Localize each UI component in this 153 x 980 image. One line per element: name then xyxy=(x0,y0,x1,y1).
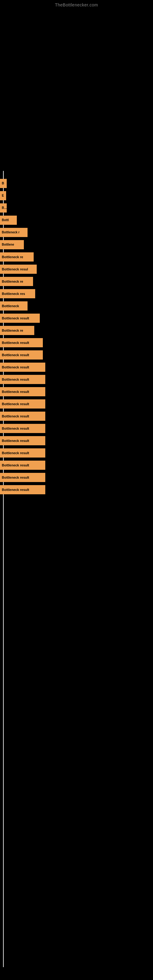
bottleneck-item: Bottleneck result xyxy=(0,386,153,398)
site-title: TheBottlenecker.com xyxy=(0,0,153,9)
bottleneck-label: Bottleneck result xyxy=(0,375,45,384)
bottleneck-label: Bottleneck result xyxy=(0,350,43,360)
bottleneck-item: Bottleneck r xyxy=(0,227,153,238)
bottleneck-item: Bottleneck result xyxy=(0,312,153,324)
bottleneck-label: Bottleneck result xyxy=(0,461,45,470)
main-chart-area xyxy=(0,9,153,168)
bottleneck-item: B xyxy=(0,178,153,189)
bottleneck-item: Bottleneck result xyxy=(0,337,153,348)
bottleneck-label: Bottleneck result xyxy=(0,473,45,482)
bottleneck-item: Bottleneck result xyxy=(0,423,153,434)
bottleneck-label: Bottleneck result xyxy=(0,399,45,409)
bottleneck-item: Bottleneck result xyxy=(0,472,153,483)
bottleneck-item: E xyxy=(0,190,153,202)
bottleneck-item: Bottleneck result xyxy=(0,361,153,373)
bottleneck-label: Bottleneck result xyxy=(0,436,45,445)
bottleneck-item: Bottleneck result xyxy=(0,374,153,385)
bottleneck-item: Bottleneck re xyxy=(0,325,153,336)
bottleneck-item: Bottleneck result xyxy=(0,398,153,410)
bottleneck-item: Bottleneck res xyxy=(0,288,153,299)
bottleneck-label: B4 xyxy=(0,204,7,213)
bottleneck-item: Bottleneck xyxy=(0,300,153,312)
bottleneck-label: Bottleneck res xyxy=(0,289,35,298)
bottleneck-label: B xyxy=(0,179,7,188)
bottleneck-label: Bottleneck result xyxy=(0,313,40,323)
bottleneck-label: Bottl xyxy=(0,216,17,225)
bottleneck-label: Bottleneck xyxy=(0,301,27,310)
bottleneck-label: Bottleneck r xyxy=(0,228,27,237)
bottleneck-label: Bottleneck result xyxy=(0,363,45,372)
bottleneck-item: Bottlene xyxy=(0,239,153,250)
bottleneck-label: Bottlene xyxy=(0,240,24,249)
bottleneck-item: Bottleneck result xyxy=(0,410,153,422)
bottleneck-label: E xyxy=(0,191,6,200)
bottleneck-item: B4 xyxy=(0,202,153,214)
bottleneck-label: Bottleneck result xyxy=(0,449,45,458)
bottleneck-label: Bottleneck result xyxy=(0,424,45,433)
bottleneck-label: Bottleneck result xyxy=(0,412,45,421)
bottleneck-item: Bottleneck re xyxy=(0,251,153,263)
bottleneck-item: Bottleneck resul xyxy=(0,263,153,275)
bottleneck-label: Bottleneck re xyxy=(0,252,33,261)
bottleneck-item: Bottleneck result xyxy=(0,447,153,459)
bottleneck-item: Bottleneck result xyxy=(0,484,153,495)
bottleneck-label: Bottleneck result xyxy=(0,338,43,347)
bottleneck-item: Bottleneck result xyxy=(0,349,153,361)
bottleneck-label: Bottleneck re xyxy=(0,277,33,286)
bottleneck-item: Bottleneck result xyxy=(0,460,153,471)
bottleneck-label: Bottleneck resul xyxy=(0,265,37,274)
bottleneck-label: Bottleneck result xyxy=(0,387,45,396)
bottleneck-label: Bottleneck result xyxy=(0,485,45,494)
bottleneck-item: Bottl xyxy=(0,215,153,226)
bottleneck-item: Bottleneck result xyxy=(0,435,153,447)
bottleneck-item: Bottleneck re xyxy=(0,275,153,287)
bottleneck-label: Bottleneck re xyxy=(0,326,34,335)
bottleneck-items-container: BEB4BottlBottleneck rBottleneBottleneck … xyxy=(0,178,153,496)
